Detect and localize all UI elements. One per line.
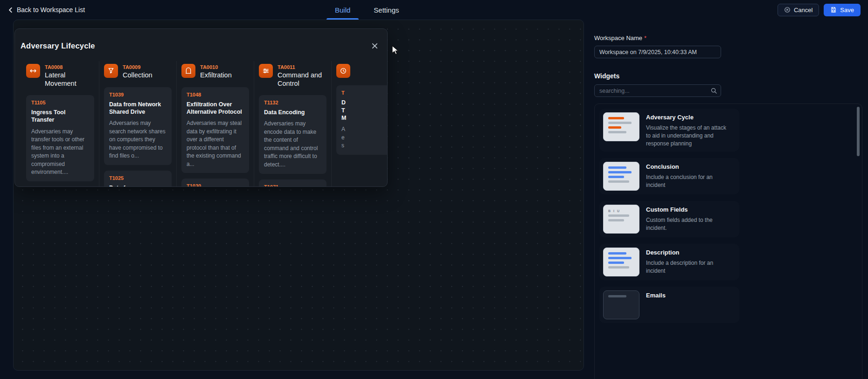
technique-title: Data Encoding bbox=[264, 109, 321, 116]
save-button[interactable]: Save bbox=[824, 4, 861, 16]
technique-card[interactable]: T1048 Exfiltration Over Alternative Prot… bbox=[181, 87, 249, 173]
cancel-button[interactable]: Cancel bbox=[778, 4, 819, 16]
widget-thumbnail: B I U bbox=[603, 205, 639, 234]
widget-header: Adversary Lifecycle bbox=[15, 29, 387, 58]
topbar: Back to Workspace List Build Settings Ca… bbox=[0, 0, 868, 20]
technique-title: Ingress Tool Transfer bbox=[31, 109, 89, 124]
widget-description: Custom fields added to the incident. bbox=[646, 216, 731, 232]
tab-build[interactable]: Build bbox=[325, 0, 361, 20]
widget-list-item[interactable]: Emails bbox=[599, 287, 739, 323]
widget-thumbnail bbox=[603, 290, 639, 319]
technique-card[interactable]: T D T M A e s bbox=[336, 85, 388, 154]
tactic-icon-badge bbox=[259, 64, 273, 78]
workspace-name-input[interactable] bbox=[594, 46, 721, 58]
widget-title: Adversary Lifecycle bbox=[21, 41, 95, 50]
tactic-name: Lateral Movement bbox=[45, 71, 94, 88]
widgets-panel: Adversary Cycle Visualize the stages of … bbox=[594, 103, 862, 379]
technique-description: Adversaries may search network shares on… bbox=[109, 119, 167, 160]
widget-name: Adversary Cycle bbox=[646, 114, 731, 121]
collection-icon bbox=[107, 67, 115, 75]
search-icon bbox=[710, 87, 717, 94]
widget-thumbnail bbox=[603, 112, 639, 141]
tactic-icon-badge bbox=[336, 64, 350, 78]
widget-list: Adversary Cycle Visualize the stages of … bbox=[599, 109, 857, 323]
tactic-header: TA0009 Collection bbox=[104, 64, 172, 79]
widget-name: Custom Fields bbox=[646, 206, 731, 213]
required-asterisk: * bbox=[644, 34, 646, 41]
lateral-movement-icon bbox=[29, 67, 37, 75]
widgets-scrollbar[interactable] bbox=[857, 107, 860, 379]
technique-title: Data from Network Shared Drive bbox=[109, 101, 167, 116]
widget-search bbox=[594, 84, 721, 97]
tactic-name: Collection bbox=[123, 71, 153, 79]
cancel-circle-x-icon bbox=[784, 7, 791, 13]
technique-id: T1071 bbox=[264, 184, 321, 187]
widget-thumbnail bbox=[603, 248, 639, 276]
sidebar: Workspace Name * Widgets Adversary Cycle… bbox=[589, 20, 868, 379]
close-widget-button[interactable] bbox=[370, 41, 380, 51]
tactic-column: T D T M A e s bbox=[331, 61, 388, 187]
workspace-canvas[interactable]: Adversary Lifecycle TA0008 Lateral Movem… bbox=[13, 20, 584, 371]
formatting-icons: B I U bbox=[608, 209, 634, 213]
technique-card-list: T1048 Exfiltration Over Alternative Prot… bbox=[181, 87, 249, 187]
technique-title: Exfiltration Over Alternative Protocol bbox=[187, 101, 244, 116]
technique-id: T1105 bbox=[31, 100, 89, 105]
save-icon bbox=[830, 7, 837, 13]
technique-description: Adversaries may transfer tools or other … bbox=[31, 128, 89, 177]
technique-id: T1132 bbox=[264, 100, 321, 105]
tactic-header: TA0008 Lateral Movement bbox=[26, 64, 94, 88]
tactic-columns: TA0008 Lateral Movement T1105 Ingress To… bbox=[15, 58, 387, 187]
tab-settings[interactable]: Settings bbox=[363, 0, 409, 20]
tactic-column: TA0010 Exfiltration T1048 Exfiltration O… bbox=[176, 61, 254, 187]
technique-id: T1030 bbox=[187, 183, 244, 187]
chevron-left-icon bbox=[7, 7, 14, 13]
widget-description: Visualize the stages of an attack to aid… bbox=[646, 124, 731, 148]
exfiltration-icon bbox=[185, 67, 192, 75]
tactic-icon-badge bbox=[26, 64, 40, 78]
technique-card-list: T1039 Data from Network Shared Drive Adv… bbox=[104, 87, 172, 187]
tactic-id: TA0009 bbox=[123, 64, 153, 70]
technique-card[interactable]: T1105 Ingress Tool Transfer Adversaries … bbox=[26, 95, 94, 181]
view-tabs: Build Settings bbox=[325, 0, 410, 20]
back-to-workspace-link[interactable]: Back to Workspace List bbox=[7, 6, 85, 14]
widget-name: Description bbox=[646, 249, 731, 256]
workspace-name-label: Workspace Name * bbox=[594, 34, 862, 41]
widget-list-item[interactable]: B I U Custom Fields Custom fields added … bbox=[599, 201, 739, 237]
technique-description: Adversaries may steal data by exfiltrati… bbox=[187, 119, 244, 168]
back-label: Back to Workspace List bbox=[17, 6, 85, 14]
widget-description: Include a description for an incident bbox=[646, 259, 731, 275]
scrollbar-thumb[interactable] bbox=[857, 107, 860, 156]
clipped-tactic-icon bbox=[340, 67, 347, 75]
tactic-id: TA0008 bbox=[45, 64, 94, 70]
tactic-header: TA0010 Exfiltration bbox=[181, 64, 249, 79]
widget-name: Emails bbox=[646, 292, 731, 299]
technique-title: Data from Removable Media bbox=[109, 184, 167, 187]
command-and-control-icon bbox=[262, 67, 270, 75]
technique-card[interactable]: T1025 Data from Removable Media bbox=[104, 171, 172, 187]
technique-card[interactable]: T1030 Data Transfer Size Limits bbox=[181, 179, 249, 187]
tactic-column: TA0011 Command and Control T1132 Data En… bbox=[254, 61, 331, 187]
mouse-cursor bbox=[391, 45, 401, 55]
technique-id: T1039 bbox=[109, 92, 167, 97]
technique-card-list: T1132 Data Encoding Adversaries may enco… bbox=[259, 95, 326, 187]
topbar-actions: Cancel Save bbox=[778, 4, 861, 16]
widget-search-input[interactable] bbox=[594, 84, 721, 97]
technique-id: T bbox=[341, 90, 388, 96]
widget-description: Include a conclusion for an incident bbox=[646, 173, 731, 189]
widget-list-item[interactable]: Adversary Cycle Visualize the stages of … bbox=[599, 109, 739, 152]
tactic-header bbox=[336, 64, 388, 78]
technique-card-list: T D T M A e s bbox=[336, 85, 388, 154]
tactic-column: TA0008 Lateral Movement T1105 Ingress To… bbox=[21, 61, 99, 187]
widget-list-item[interactable]: Description Include a description for an… bbox=[599, 244, 739, 280]
adversary-lifecycle-widget[interactable]: Adversary Lifecycle TA0008 Lateral Movem… bbox=[14, 28, 388, 187]
tactic-name: Command and Control bbox=[278, 71, 326, 88]
technique-description: A e s bbox=[341, 125, 388, 150]
tactic-id: TA0011 bbox=[278, 64, 326, 70]
widget-list-item[interactable]: Conclusion Include a conclusion for an i… bbox=[599, 158, 739, 194]
widget-thumbnail bbox=[603, 162, 639, 191]
technique-card[interactable]: T1039 Data from Network Shared Drive Adv… bbox=[104, 87, 172, 165]
technique-card[interactable]: T1071 Application Layer Protocol bbox=[259, 179, 326, 187]
main-content: Adversary Lifecycle TA0008 Lateral Movem… bbox=[0, 20, 868, 379]
technique-card[interactable]: T1132 Data Encoding Adversaries may enco… bbox=[259, 95, 326, 173]
widget-name: Conclusion bbox=[646, 163, 731, 170]
